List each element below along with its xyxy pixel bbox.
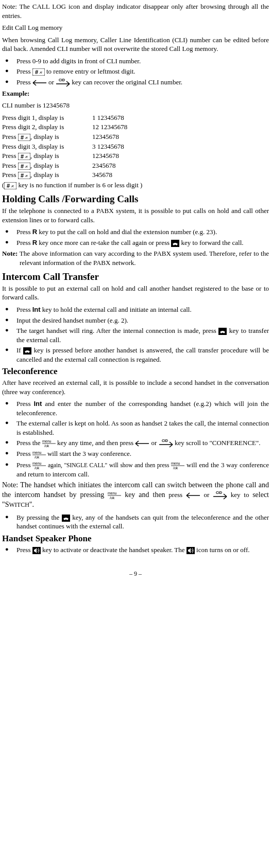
holding-note: Note: The above information can vary acc…	[2, 249, 269, 267]
tbl-cell: 12345678	[92, 132, 269, 141]
holding-heading: Holding Calls /Forwarding Calls	[2, 192, 269, 206]
bullet: Press to remove entry or leftmost digit.	[2, 67, 269, 76]
key-int: Int	[32, 306, 41, 313]
tbl-cell: 3 12345678	[92, 142, 269, 151]
example-label: Example:	[2, 89, 269, 98]
note-top: Note: The CALL LOG icon and display indi…	[2, 2, 269, 20]
hash-icon	[18, 172, 30, 179]
bullet: If key is pressed before another handset…	[2, 346, 269, 364]
menu-ok-icon	[108, 491, 121, 500]
key-r: R	[32, 228, 37, 236]
bullet: Press R key once more can re-take the ca…	[2, 238, 269, 247]
cid-arrow-icon	[213, 491, 227, 500]
paren-note: ( key is no function if number is 6 or l…	[2, 181, 269, 190]
bullet: The target handset will ring. After the …	[2, 326, 269, 344]
tbl-cell: Press digit 2, display is	[2, 122, 92, 132]
tbl-cell: Press digit 3, display is	[2, 142, 92, 151]
cid-arrow-icon	[159, 439, 173, 448]
tbl-cell: 12345678	[92, 151, 269, 161]
intercom-para: It is possible to put an external call o…	[2, 284, 269, 302]
phone-off-icon	[218, 328, 227, 335]
tbl-cell: Press , display is	[2, 132, 92, 141]
tbl-cell: Press , display is	[2, 170, 92, 180]
menu-ok-icon	[171, 462, 184, 470]
tbl-cell: 12 12345678	[92, 122, 269, 132]
tbl-cell: Press , display is	[2, 161, 92, 170]
bullet: Press key to activate or deactivate the …	[2, 545, 269, 555]
hash-icon	[4, 182, 16, 189]
teleconference-heading: Teleconference	[2, 366, 269, 378]
key-r: R	[32, 239, 37, 246]
bullet: Press again, "SINGLE CALL" will show and…	[2, 460, 269, 479]
bullet: The external caller is kept on hold. As …	[2, 419, 269, 437]
hash-icon	[18, 153, 30, 160]
teleconference-bullets2: By pressing the key, any of the handsets…	[2, 513, 269, 531]
tbl-cell: 345678	[92, 170, 269, 180]
cli-number: CLI number is 12345678	[2, 101, 269, 110]
hash-icon	[18, 163, 30, 170]
intercom-bullets: Press Int key to hold the external call …	[2, 305, 269, 364]
edit-bullets: Press 0-9 to add digits in front of CLI …	[2, 57, 269, 87]
phone-off-icon	[23, 347, 31, 355]
bullet: Press Int and enter the number of the co…	[2, 399, 269, 417]
holding-para: If the telephone is connected to a PABX …	[2, 206, 269, 224]
speaker-heading: Handset Speaker Phone	[2, 533, 269, 545]
speaker-bullets: Press key to activate or deactivate the …	[2, 545, 269, 555]
menu-ok-icon	[32, 462, 46, 470]
menu-ok-icon	[32, 451, 46, 459]
bullet: Press the key any time, and then press o…	[2, 438, 269, 448]
phone-off-icon	[62, 515, 70, 522]
tbl-cell: 2345678	[92, 161, 269, 170]
speaker-icon	[187, 547, 195, 554]
intercom-heading: Intercom Call Transfer	[2, 270, 269, 284]
edit-title: Edit Call Log memory	[2, 23, 269, 32]
menu-ok-icon	[42, 439, 56, 448]
bullet: By pressing the key, any of the handsets…	[2, 513, 269, 531]
speaker-icon	[32, 547, 41, 554]
edit-para: When browsing Call Log memory, Caller Li…	[2, 36, 269, 54]
left-arrow-icon	[186, 492, 200, 499]
phone-off-icon	[171, 240, 179, 247]
page-number: – 9 –	[2, 570, 269, 578]
left-arrow-icon	[32, 80, 47, 86]
teleconference-bullets: Press Int and enter the number of the co…	[2, 399, 269, 479]
bullet: Press or key can recover the original CL…	[2, 78, 269, 87]
left-arrow-icon	[135, 440, 149, 447]
key-int: Int	[33, 400, 42, 408]
bullet: Press will start the 3 way conference.	[2, 449, 269, 458]
teleconference-para: After have received an external call, it…	[2, 378, 269, 396]
hash-icon	[32, 68, 45, 76]
tbl-cell: Press , display is	[2, 151, 92, 161]
tbl-cell: 1 12345678	[92, 113, 269, 122]
bullet: Press 0-9 to add digits in front of CLI …	[2, 57, 269, 66]
bullet: Input the desired handset number (e.g. 2…	[2, 316, 269, 325]
holding-bullets: Press R key to put the call on hold and …	[2, 227, 269, 247]
cid-arrow-icon	[56, 79, 70, 87]
bullet: Press Int key to hold the external call …	[2, 305, 269, 314]
example-table: Press digit 1, display is 1 12345678 Pre…	[2, 113, 269, 180]
hash-icon	[18, 134, 30, 141]
tbl-cell: Press digit 1, display is	[2, 113, 92, 122]
teleconference-note: Note: The handset which initiates the in…	[2, 481, 269, 510]
bullet: Press R key to put the call on hold and …	[2, 227, 269, 237]
